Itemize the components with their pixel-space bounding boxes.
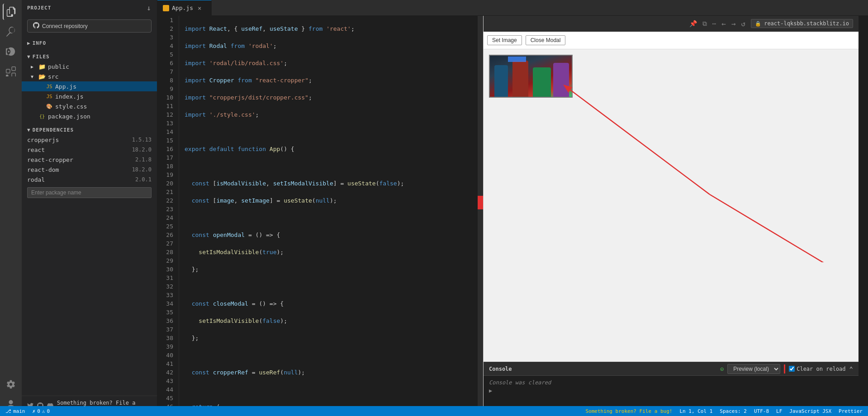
stylecss-file[interactable]: 🎨 style.css (22, 101, 157, 111)
line-numbers: 12345 678910 1112131415 1617181920 21222… (157, 16, 179, 416)
app-container: PROJECT ↓ Connect repository ▶ INFO ▼ FI… (0, 0, 868, 416)
source-select[interactable]: Preview (local) (727, 364, 780, 374)
clear-on-reload-checkbox[interactable] (789, 366, 795, 372)
status-errors[interactable]: ✗ 0 ⚠ 0 (33, 408, 50, 414)
code-editor: 12345 678910 1112131415 1617181920 21222… (157, 16, 483, 416)
connect-repository-button[interactable]: Connect repository (27, 19, 152, 33)
status-branch[interactable]: ⎇ main (5, 408, 25, 414)
appjs-label: App.js (55, 83, 76, 90)
sidebar-header: PROJECT ↓ (22, 0, 157, 16)
search-icon[interactable] (3, 24, 19, 40)
image-content (490, 56, 572, 97)
hero3 (533, 67, 551, 97)
project-label: PROJECT (27, 5, 51, 11)
tab-js-icon (163, 5, 169, 11)
src-folder[interactable]: ▼ 📂 src (22, 71, 157, 81)
files-section: ▼ FILES ▶ 📁 public ▼ 📂 src JS App.js (22, 50, 157, 123)
tab-close-button[interactable]: × (198, 5, 201, 12)
activity-bar (0, 0, 22, 416)
stylecss-icon: 🎨 (45, 102, 53, 110)
back-nav-icon[interactable]: ← (721, 19, 726, 28)
extensions-icon[interactable] (3, 63, 19, 80)
editor-main: 12345 678910 1112131415 1617181920 21222… (157, 16, 868, 416)
folder-icon: 📁 (38, 62, 46, 71)
status-prettier[interactable]: Prettier (839, 408, 863, 414)
status-broken: Something broken? File a bug! (585, 408, 672, 414)
github-icon (33, 22, 39, 30)
branch-icon: ⎇ (5, 408, 11, 414)
preview-image-area (484, 49, 859, 103)
vertical-red-indicator (784, 364, 785, 373)
pin-icon[interactable]: 📌 (689, 20, 697, 27)
src-arrow: ▼ (31, 74, 38, 79)
console-expand-arrow[interactable]: ▶ (489, 388, 853, 394)
public-arrow: ▶ (31, 64, 38, 69)
packagejson-label: package.json (48, 113, 90, 120)
indexjs-label: index.js (55, 93, 84, 100)
status-spaces: Spaces: 2 (720, 408, 747, 414)
preview-topbar: 📌 ⧉ ⋯ ← → ↺ 🔒 react-lqksbb.stackblitz.io (484, 16, 859, 32)
dep-react-dom: react-dom 18.2.0 (22, 165, 157, 175)
hero1 (494, 65, 508, 97)
appjs-file[interactable]: JS App.js (22, 81, 157, 91)
explorer-icon[interactable] (3, 4, 19, 20)
dep-react-cropper: react-cropper 2.1.8 (22, 155, 157, 165)
clear-console-icon[interactable]: ⊙ (720, 365, 724, 373)
editor-area: App.js × 12345 678910 1112131415 1617181… (157, 0, 868, 416)
tab-label: App.js (172, 5, 193, 11)
forward-nav-icon[interactable]: → (731, 19, 736, 28)
info-arrow: ▶ (27, 40, 31, 46)
url-bar[interactable]: 🔒 react-lqksbb.stackblitz.io (751, 19, 853, 28)
stylecss-label: style.css (55, 103, 87, 110)
scroll-indicator (478, 196, 483, 209)
dep-cropperjs: cropperjs 1.5.13 (22, 135, 157, 145)
tab-bar: App.js × (157, 0, 868, 16)
console-expand-icon[interactable]: ⌃ (849, 365, 853, 373)
status-lang: JavaScript JSX (789, 408, 831, 414)
lock-icon: 🔒 (755, 21, 761, 27)
source-control-icon[interactable] (3, 43, 19, 60)
close-modal-button[interactable]: Close Modal (526, 35, 566, 45)
packagejson-file[interactable]: {} package.json (22, 111, 157, 121)
deps-arrow: ▼ (27, 127, 31, 133)
console-controls: ⊙ Preview (local) Clear on reload ⌃ (720, 364, 853, 374)
set-image-button[interactable]: Set Image (487, 35, 522, 45)
status-eol: LF (776, 408, 782, 414)
error-icon: ✗ (33, 408, 36, 414)
sidebar: PROJECT ↓ Connect repository ▶ INFO ▼ FI… (22, 0, 157, 416)
console-title: Console (489, 366, 512, 372)
split-icon[interactable]: ⧉ (702, 20, 707, 28)
more-options-icon[interactable]: ⋯ (712, 20, 716, 27)
code-content[interactable]: import React, { useRef, useState } from … (179, 16, 483, 416)
appjs-icon: JS (45, 82, 53, 90)
hero4 (553, 63, 569, 97)
status-right: Something broken? File a bug! Ln 1, Col … (585, 408, 863, 414)
tab-appjs[interactable]: App.js × (157, 0, 212, 16)
svg-line-1 (710, 194, 845, 262)
preview-toolbar: Set Image Close Modal (484, 32, 859, 49)
clear-on-reload-text: Clear on reload (797, 366, 845, 372)
files-section-title[interactable]: ▼ FILES (22, 52, 157, 61)
preview-area: Set Image Close Modal (484, 32, 859, 362)
info-section-title[interactable]: ▶ INFO (22, 38, 157, 48)
console-cleared-message: Console was cleared (489, 379, 853, 386)
console-header: Console ⊙ Preview (local) Clear on (484, 362, 859, 376)
files-arrow: ▼ (27, 54, 31, 60)
deps-section-title[interactable]: ▼ DEPENDENCIES (22, 125, 157, 135)
package-name-input[interactable] (27, 187, 152, 198)
status-ln-col: Ln 1, Col 1 (679, 408, 712, 414)
settings-icon[interactable] (3, 376, 19, 392)
hero2 (512, 61, 528, 97)
dep-react: react 18.2.0 (22, 145, 157, 155)
scrollbar-track[interactable] (478, 16, 483, 416)
clear-on-reload-label[interactable]: Clear on reload (789, 366, 845, 372)
public-folder[interactable]: ▶ 📁 public (22, 61, 157, 71)
indexjs-file[interactable]: JS index.js (22, 91, 157, 101)
sidebar-more-icon[interactable]: ↓ (147, 4, 152, 12)
warning-icon: ⚠ (42, 408, 45, 414)
info-section: ▶ INFO (22, 36, 157, 50)
public-label: public (48, 63, 69, 70)
dep-rodal: rodal 2.0.1 (22, 175, 157, 184)
crop-handle[interactable] (508, 57, 526, 62)
refresh-icon[interactable]: ↺ (741, 19, 746, 28)
